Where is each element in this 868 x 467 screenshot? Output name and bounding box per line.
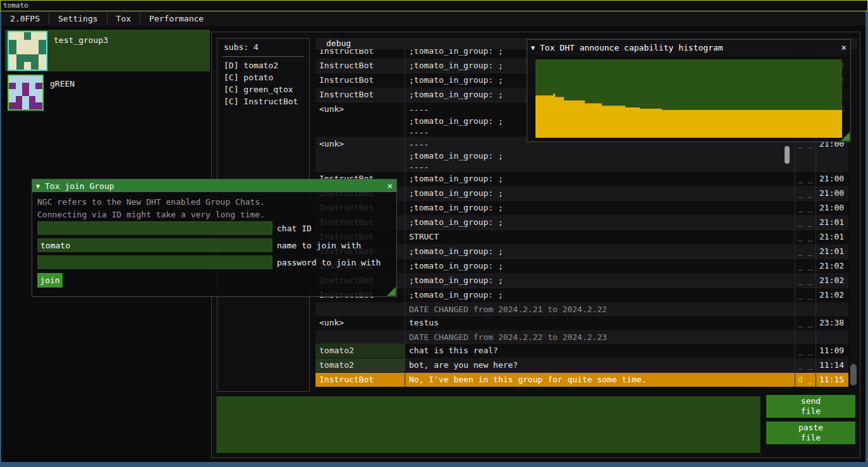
message-text: ;tomato_in_group: ; bbox=[405, 172, 795, 186]
avatar-pixel bbox=[35, 83, 42, 90]
avatar-pixel bbox=[24, 54, 32, 62]
message-cell-scrollbar[interactable] bbox=[785, 146, 790, 164]
message-time: 11:15 bbox=[816, 373, 848, 387]
subs-count-header: subs: 4 bbox=[217, 39, 309, 52]
avatar-pixel bbox=[22, 83, 29, 90]
delivery-status: _ _ bbox=[795, 316, 816, 330]
avatar-pixel bbox=[35, 96, 42, 103]
message-row[interactable]: tomato2chat is this real?_ _11:09 bbox=[315, 344, 848, 358]
menu-item-2-0fps[interactable]: 2.0FPS bbox=[1, 11, 49, 26]
group-item-test_group3[interactable]: test_group3 bbox=[5, 30, 210, 71]
avatar-pixel bbox=[16, 32, 24, 40]
message-text: bot, are you new here? bbox=[405, 358, 795, 372]
group-avatar bbox=[8, 75, 44, 111]
message-text: ;tomato_in_group: ; bbox=[405, 259, 795, 273]
sender-name: InstructBot bbox=[315, 73, 405, 87]
message-text: testus bbox=[405, 316, 795, 330]
avatar-pixel bbox=[31, 62, 39, 70]
message-row[interactable]: <unk>----;tomato_in_group: ;----_ _21:00 bbox=[315, 137, 848, 172]
avatar-pixel bbox=[22, 102, 29, 109]
join-description-line2: Connecting via ID might take a very long… bbox=[37, 210, 265, 219]
message-row[interactable]: InstructBotNo, I've been in this group f… bbox=[315, 373, 848, 387]
avatar-pixel bbox=[16, 102, 23, 109]
message-time bbox=[816, 331, 848, 343]
join-button[interactable]: join bbox=[37, 273, 63, 288]
message-time: 21:02 bbox=[816, 274, 848, 288]
member-item-tomato2[interactable]: [D] tomato2 bbox=[217, 59, 309, 71]
sender-name: <unk> bbox=[315, 137, 405, 171]
join-group-titlebar[interactable]: ▼ Tox join Group × bbox=[32, 179, 396, 192]
avatar-pixel bbox=[9, 102, 16, 109]
sender-name: InstructBot bbox=[315, 88, 405, 102]
delivery-status: _ _ bbox=[795, 358, 816, 372]
sender-name: InstructBot bbox=[315, 373, 405, 387]
date-changed-text: DATE CHANGED from 2024.2.22 to 2024.2.23 bbox=[405, 331, 795, 343]
delivery-status: _ _ bbox=[795, 230, 816, 244]
message-time: 11:09 bbox=[816, 344, 848, 358]
member-item-potato[interactable]: [C] potato bbox=[217, 71, 309, 83]
avatar-pixel bbox=[16, 54, 24, 62]
avatar-pixel bbox=[9, 89, 16, 96]
avatar-pixel bbox=[16, 96, 23, 103]
chat-id-field[interactable] bbox=[37, 221, 272, 235]
message-time: 21:01 bbox=[816, 245, 848, 258]
join-password-field[interactable] bbox=[37, 255, 272, 269]
window-titlebar[interactable]: tomato bbox=[0, 0, 868, 11]
frame-left bbox=[0, 11, 1, 467]
sender-name: InstructBot bbox=[315, 59, 405, 73]
menu-item-performance[interactable]: Performance bbox=[140, 11, 212, 26]
resize-grip[interactable] bbox=[841, 132, 850, 141]
avatar-pixel bbox=[35, 102, 42, 109]
message-time: 21:02 bbox=[816, 259, 848, 273]
message-text: ;tomato_in_group: ; bbox=[405, 288, 795, 302]
avatar-pixel bbox=[31, 54, 39, 62]
message-row[interactable]: <unk>testus_ _23:38 bbox=[315, 316, 848, 331]
message-time: 21:01 bbox=[816, 215, 848, 229]
group-item-green[interactable]: gREEN bbox=[5, 73, 210, 109]
member-item-green_qtox[interactable]: [C] green_qtox bbox=[217, 83, 309, 95]
date-changed-row[interactable]: DATE CHANGED from 2024.2.22 to 2024.2.23 bbox=[315, 331, 848, 344]
menu-item-settings[interactable]: Settings bbox=[49, 11, 107, 26]
collapse-arrow-icon[interactable]: ▼ bbox=[531, 44, 535, 51]
message-row[interactable]: tomato2bot, are you new here?_ _11:14 bbox=[315, 358, 848, 373]
menu-bar: 2.0FPSSettingsToxPerformance bbox=[1, 11, 865, 26]
close-icon[interactable]: × bbox=[841, 42, 847, 52]
avatar-pixel bbox=[29, 76, 36, 83]
avatar-pixel bbox=[22, 89, 29, 96]
avatar-pixel bbox=[16, 83, 23, 90]
frame-right bbox=[865, 11, 868, 467]
avatar-pixel bbox=[9, 47, 16, 55]
dht-histogram-title: Tox DHT announce capability histogram bbox=[540, 43, 723, 52]
date-changed-row[interactable]: DATE CHANGED from 2024.2.21 to 2024.2.22 bbox=[315, 303, 848, 316]
chat-scrollbar-thumb[interactable] bbox=[850, 364, 857, 385]
avatar-pixel bbox=[16, 40, 24, 47]
avatar-pixel bbox=[16, 47, 24, 55]
dht-histogram-titlebar[interactable]: ▼ Tox DHT announce capability histogram … bbox=[527, 40, 850, 55]
send-file-button[interactable]: send file bbox=[766, 395, 855, 418]
close-icon[interactable]: × bbox=[388, 181, 393, 191]
avatar-pixel bbox=[35, 89, 42, 96]
message-input[interactable] bbox=[216, 396, 761, 453]
delivery-status: _ _ bbox=[795, 186, 816, 200]
message-text: ;tomato_in_group: ; bbox=[405, 201, 795, 215]
message-text: ;tomato_in_group: ; bbox=[405, 186, 795, 200]
paste-file-button[interactable]: paste file bbox=[766, 422, 855, 444]
menu-item-tox[interactable]: Tox bbox=[107, 11, 140, 26]
delivery-status: _ _ bbox=[795, 259, 816, 273]
message-time: 21:02 bbox=[816, 288, 848, 302]
delivery-status: _ _ bbox=[795, 245, 816, 258]
message-text: chat is this real? bbox=[405, 344, 795, 358]
member-item-instructbot[interactable]: [C] InstructBot bbox=[217, 95, 309, 107]
join-name-field[interactable] bbox=[37, 238, 272, 252]
avatar-pixel bbox=[9, 96, 16, 103]
sender-name: InstructBot bbox=[315, 49, 405, 58]
collapse-arrow-icon[interactable]: ▼ bbox=[36, 183, 40, 190]
message-line: ;tomato_in_group: ; bbox=[409, 150, 795, 162]
avatar-pixel bbox=[24, 40, 32, 47]
message-time: 21:00 bbox=[816, 201, 848, 215]
sender-name: <unk> bbox=[315, 102, 405, 136]
message-time: 21:00 bbox=[816, 186, 848, 200]
chat-id-label: chat ID bbox=[277, 224, 312, 233]
avatar-pixel bbox=[16, 76, 23, 83]
resize-grip[interactable] bbox=[387, 287, 396, 296]
